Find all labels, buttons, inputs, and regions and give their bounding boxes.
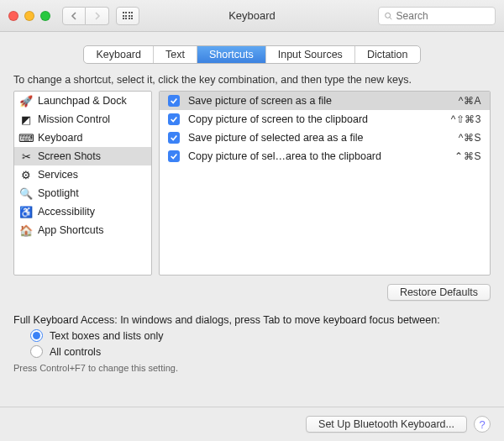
minimize-button[interactable]: [24, 11, 34, 21]
svg-line-1: [390, 17, 391, 18]
shortcut-list[interactable]: Save picture of screen as a file^⌘ACopy …: [159, 91, 491, 276]
checkbox[interactable]: [168, 132, 180, 144]
category-item[interactable]: ✂Screen Shots: [14, 147, 151, 165]
shortcut-keys[interactable]: ^⌘S: [459, 132, 481, 144]
shortcut-keys[interactable]: ^⌘A: [459, 95, 481, 107]
checkbox[interactable]: [168, 113, 180, 125]
titlebar: Keyboard: [0, 0, 504, 32]
bottom-bar: Set Up Bluetooth Keyboard... ?: [0, 407, 504, 441]
category-label: Mission Control: [38, 113, 110, 125]
search-field[interactable]: [378, 7, 496, 25]
category-item[interactable]: ⌨Keyboard: [14, 129, 151, 147]
fka-title: Full Keyboard Access: In windows and dia…: [13, 314, 491, 326]
category-icon: ♿: [19, 205, 33, 218]
category-list[interactable]: 🚀Launchpad & Dock◩Mission Control⌨Keyboa…: [13, 91, 152, 276]
radio-icon: [30, 345, 43, 358]
shortcut-row[interactable]: Copy picture of sel…area to the clipboar…: [160, 147, 490, 165]
show-all-button[interactable]: [116, 7, 139, 25]
category-label: Spotlight: [38, 187, 79, 199]
tab-shortcuts[interactable]: Shortcuts: [197, 46, 266, 63]
shortcut-keys[interactable]: ^⇧⌘3: [451, 113, 481, 125]
category-icon: 🚀: [19, 94, 33, 108]
category-item[interactable]: 🚀Launchpad & Dock: [14, 92, 151, 110]
zoom-button[interactable]: [40, 11, 50, 21]
tab-keyboard[interactable]: Keyboard: [84, 46, 154, 63]
shortcut-label: Save picture of selected area as a file: [188, 132, 450, 144]
category-item[interactable]: ⚙Services: [14, 165, 151, 184]
tab-text[interactable]: Text: [154, 46, 197, 63]
full-keyboard-access: Full Keyboard Access: In windows and dia…: [13, 314, 491, 373]
category-icon: ⚙: [19, 168, 33, 181]
svg-point-0: [386, 13, 391, 18]
fka-hint: Press Control+F7 to change this setting.: [13, 363, 491, 373]
close-button[interactable]: [8, 11, 18, 21]
category-icon: ✂: [19, 150, 33, 163]
category-icon: 🔍: [19, 186, 33, 200]
checkbox[interactable]: [168, 150, 180, 162]
checkbox[interactable]: [168, 95, 180, 107]
category-label: Screen Shots: [38, 150, 101, 162]
fka-option2-label: All controls: [50, 346, 101, 358]
bluetooth-keyboard-button[interactable]: Set Up Bluetooth Keyboard...: [306, 416, 467, 433]
nav-buttons: [62, 7, 109, 25]
shortcut-label: Save picture of screen as a file: [188, 95, 450, 107]
category-label: Services: [38, 169, 78, 181]
help-button[interactable]: ?: [474, 416, 491, 433]
category-item[interactable]: ◩Mission Control: [14, 110, 151, 129]
shortcut-label: Copy picture of screen to the clipboard: [188, 113, 443, 125]
shortcut-keys[interactable]: ⌃⌘S: [454, 150, 481, 162]
fka-option1-label: Text boxes and lists only: [50, 330, 164, 342]
category-label: App Shortcuts: [38, 224, 104, 236]
category-icon: 🏠: [19, 223, 33, 237]
search-icon: [384, 11, 393, 21]
tab-dictation[interactable]: Dictation: [355, 46, 420, 63]
grid-icon: [123, 12, 134, 19]
category-icon: ◩: [19, 113, 33, 126]
back-button[interactable]: [62, 7, 86, 25]
restore-defaults-button[interactable]: Restore Defaults: [387, 284, 491, 301]
category-icon: ⌨: [19, 131, 33, 144]
search-input[interactable]: [396, 10, 490, 22]
shortcut-row[interactable]: Save picture of selected area as a file^…: [160, 129, 490, 147]
category-item[interactable]: ♿Accessibility: [14, 202, 151, 221]
shortcut-label: Copy picture of sel…area to the clipboar…: [188, 150, 446, 162]
instruction-text: To change a shortcut, select it, click t…: [13, 74, 491, 86]
window-title: Keyboard: [228, 9, 276, 22]
content: KeyboardTextShortcutsInput SourcesDictat…: [0, 32, 504, 381]
category-item[interactable]: 🔍Spotlight: [14, 184, 151, 202]
shortcut-row[interactable]: Save picture of screen as a file^⌘A: [160, 92, 490, 110]
category-label: Keyboard: [38, 132, 83, 144]
traffic-lights: [8, 11, 50, 21]
category-label: Accessibility: [38, 206, 95, 218]
shortcut-row[interactable]: Copy picture of screen to the clipboard^…: [160, 110, 490, 129]
category-label: Launchpad & Dock: [38, 95, 127, 107]
category-item[interactable]: 🏠App Shortcuts: [14, 221, 151, 239]
forward-button[interactable]: [86, 7, 109, 25]
tab-input-sources[interactable]: Input Sources: [266, 46, 355, 63]
tabs: KeyboardTextShortcutsInput SourcesDictat…: [83, 45, 420, 64]
radio-icon: [30, 329, 43, 342]
fka-option-text-boxes[interactable]: Text boxes and lists only: [30, 329, 491, 342]
fka-option-all-controls[interactable]: All controls: [30, 345, 491, 358]
